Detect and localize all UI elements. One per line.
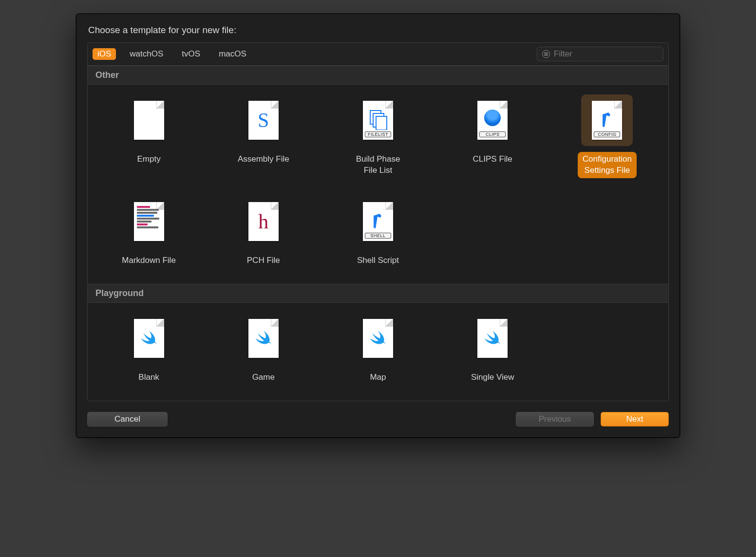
file-icon: CONFIG bbox=[592, 101, 622, 140]
template-label: PCH File bbox=[242, 253, 285, 268]
filter-field[interactable] bbox=[537, 47, 663, 61]
template-label: Blank bbox=[133, 370, 164, 385]
section-header-playground: Playground bbox=[88, 284, 668, 303]
file-icon: S bbox=[248, 101, 279, 140]
icon-tag: FILELIST bbox=[365, 131, 391, 137]
hammer-icon bbox=[371, 212, 385, 231]
template-label: Build Phase File List bbox=[351, 152, 405, 178]
previous-button[interactable]: Previous bbox=[516, 412, 594, 427]
file-icon: h bbox=[248, 202, 279, 241]
template-label: Configuration Settings File bbox=[578, 152, 637, 178]
icon-tag: SHELL bbox=[365, 233, 391, 239]
swift-icon bbox=[483, 329, 502, 348]
tab-watchos[interactable]: watchOS bbox=[125, 48, 168, 60]
icon-tag: CONFIG bbox=[594, 131, 620, 137]
template-single-view[interactable]: Single View bbox=[435, 311, 550, 387]
template-game[interactable]: Game bbox=[206, 311, 321, 387]
file-icon: FILELIST bbox=[363, 101, 393, 140]
new-file-sheet: Choose a template for your new file: iOS… bbox=[76, 14, 680, 438]
template-configuration-settings-file[interactable]: CONFIG Configuration Settings File bbox=[550, 93, 664, 180]
file-icon: SHELL bbox=[363, 202, 393, 241]
file-icon bbox=[134, 101, 164, 140]
file-icon: CLIPS bbox=[477, 101, 508, 140]
file-icon bbox=[248, 319, 279, 358]
swift-icon bbox=[254, 329, 273, 348]
swift-icon bbox=[140, 329, 158, 348]
file-icon bbox=[134, 319, 164, 358]
filter-input[interactable] bbox=[554, 49, 658, 59]
template-markdown-file[interactable]: Markdown File bbox=[92, 194, 206, 270]
template-shell-script[interactable]: SHELL Shell Script bbox=[321, 194, 435, 270]
template-label: Assembly File bbox=[233, 152, 294, 167]
tab-macos[interactable]: macOS bbox=[214, 48, 251, 60]
platform-tabbar: iOS watchOS tvOS macOS bbox=[88, 43, 668, 66]
file-icon bbox=[477, 319, 508, 358]
filter-icon bbox=[542, 50, 550, 58]
swift-icon bbox=[369, 329, 387, 348]
template-blank[interactable]: Blank bbox=[92, 311, 206, 387]
file-icon bbox=[134, 202, 164, 241]
next-button[interactable]: Next bbox=[601, 412, 669, 427]
hammer-icon bbox=[600, 111, 614, 130]
tab-ios[interactable]: iOS bbox=[93, 48, 116, 60]
template-label: Game bbox=[247, 370, 280, 385]
template-panel: iOS watchOS tvOS macOS Other Empty S Ass… bbox=[87, 42, 669, 401]
markdown-icon bbox=[137, 206, 161, 228]
template-label: Map bbox=[365, 370, 391, 385]
template-pch-file[interactable]: h PCH File bbox=[206, 194, 321, 270]
template-label: Empty bbox=[132, 152, 166, 167]
clips-icon bbox=[484, 110, 501, 126]
sheet-title: Choose a template for your new file: bbox=[88, 25, 668, 36]
cancel-button[interactable]: Cancel bbox=[87, 412, 168, 427]
template-label: Single View bbox=[466, 370, 519, 385]
template-label: Shell Script bbox=[352, 253, 404, 268]
tab-tvos[interactable]: tvOS bbox=[177, 48, 205, 60]
grid-other: Empty S Assembly File FILELIST Build Pha… bbox=[88, 85, 668, 284]
template-clips-file[interactable]: CLIPS CLIPS File bbox=[435, 93, 550, 180]
template-assembly-file[interactable]: S Assembly File bbox=[206, 93, 321, 180]
template-build-phase-file-list[interactable]: FILELIST Build Phase File List bbox=[321, 93, 435, 180]
template-empty[interactable]: Empty bbox=[92, 93, 206, 180]
filelist-icon bbox=[367, 109, 389, 130]
file-icon bbox=[363, 319, 393, 358]
footer: Cancel Previous Next bbox=[87, 412, 669, 427]
template-label: CLIPS File bbox=[468, 152, 517, 167]
icon-tag: CLIPS bbox=[479, 131, 506, 137]
template-map[interactable]: Map bbox=[321, 311, 435, 387]
grid-playground: Blank Game Map Single View bbox=[88, 303, 668, 401]
svg-rect-2 bbox=[376, 116, 387, 130]
template-label: Markdown File bbox=[117, 253, 181, 268]
section-header-other: Other bbox=[88, 66, 668, 85]
